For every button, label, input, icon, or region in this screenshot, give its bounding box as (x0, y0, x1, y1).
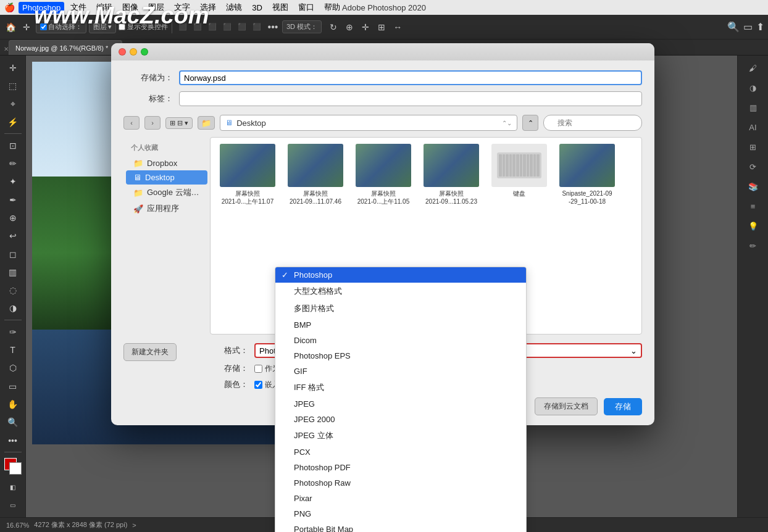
menu-help[interactable]: 帮助 (320, 1, 344, 14)
rp-properties-icon[interactable]: ≡ (743, 197, 763, 215)
rp-history-icon[interactable]: ⟳ (743, 158, 763, 175)
home-icon[interactable]: 🏠 (4, 20, 17, 34)
rp-ai-icon[interactable]: AI (743, 118, 763, 136)
shape-tool[interactable]: ▭ (3, 378, 23, 394)
file-item-0[interactable]: 屏幕快照2021-0...上午11.07 (217, 144, 278, 206)
format-option-large-doc[interactable]: 大型文档格式 (275, 283, 526, 300)
file-item-3[interactable]: 屏幕快照2021-09...11.05.23 (420, 144, 482, 206)
format-option-dicom[interactable]: Dicom (275, 333, 526, 348)
minimize-button[interactable] (130, 48, 137, 56)
close-button[interactable] (119, 48, 126, 56)
align-left-icon[interactable]: ⬛ (176, 20, 190, 34)
file-item-2[interactable]: 屏幕快照2021-0...上午11.05 (353, 144, 414, 206)
crop-tool[interactable]: ⊡ (3, 137, 23, 154)
align-top-icon[interactable]: ⬛ (220, 20, 234, 34)
format-option-eps[interactable]: Photoshop EPS (275, 348, 526, 364)
sidebar-item-dropbox[interactable]: 📁 Dropbox (126, 156, 207, 170)
format-option-bmp[interactable]: BMP (275, 317, 526, 333)
format-option-jpeg2000[interactable]: JPEG 2000 (275, 412, 526, 427)
auto-select-checkbox[interactable] (40, 23, 47, 30)
dodge-tool[interactable]: ◑ (3, 300, 23, 317)
screen-mode-icon[interactable]: ▭ (3, 497, 23, 513)
view-mode-selector[interactable]: ⊞ ⊟ ▾ (165, 117, 193, 129)
auto-select-toggle[interactable]: 自动选择： (36, 20, 86, 33)
show-transform-checkbox[interactable]: 显示变换控件 (119, 22, 168, 31)
new-folder-button[interactable]: 新建文件夹 (123, 343, 177, 361)
save-button[interactable]: 存储 (604, 398, 642, 415)
workspaces-icon[interactable]: ▭ (743, 21, 753, 33)
filename-input[interactable] (179, 70, 642, 85)
format-option-pixar[interactable]: Pixar (275, 491, 526, 506)
share-icon[interactable]: ⬆ (756, 21, 764, 33)
pen-tool[interactable]: ✑ (3, 323, 23, 340)
move-tool[interactable]: ✛ (3, 59, 23, 76)
tag-input[interactable] (179, 91, 642, 106)
menu-3d[interactable]: 3D (248, 2, 266, 14)
rp-light-icon[interactable]: 💡 (743, 217, 763, 235)
sidebar-item-google-drive[interactable]: 📁 Google 云端… (126, 185, 207, 201)
nav-back-btn[interactable]: ‹ (123, 116, 140, 130)
path-tool[interactable]: ⬡ (3, 360, 23, 376)
align-right-icon[interactable]: ⬛ (206, 20, 219, 34)
magic-wand-tool[interactable]: ⚡ (3, 114, 23, 130)
rp-library-icon[interactable]: 📚 (743, 178, 763, 195)
blur-tool[interactable]: ◌ (3, 282, 23, 299)
rp-brush2-icon[interactable]: ✏ (743, 237, 763, 254)
hand-tool[interactable]: ✋ (3, 396, 23, 412)
3d-orbit-icon[interactable]: ⊞ (375, 20, 388, 34)
nav-forward-btn[interactable]: › (144, 116, 161, 130)
eyedropper-tool[interactable]: ✏ (3, 155, 23, 172)
rp-grid-icon[interactable]: ⊞ (743, 138, 763, 156)
rp-adjustments-icon[interactable]: ◑ (743, 79, 763, 96)
lasso-tool[interactable]: ⌖ (3, 96, 23, 112)
search-right-icon[interactable]: 🔍 (727, 21, 740, 33)
location-dropdown[interactable]: 🖥 Desktop ⌃⌄ (220, 115, 517, 131)
file-item-1[interactable]: 屏幕快照2021-09...11.07.46 (285, 144, 346, 206)
menu-select[interactable]: 选择 (196, 1, 220, 14)
format-option-photoshop[interactable]: Photoshop (275, 267, 526, 283)
status-arrow[interactable]: > (132, 522, 136, 529)
align-center-icon[interactable]: ⬛ (191, 20, 204, 34)
save-to-cloud-button[interactable]: 存储到云文档 (535, 397, 598, 415)
new-folder-icon-btn[interactable]: 📁 (198, 116, 215, 130)
format-option-pbm[interactable]: Portable Bit Map (275, 522, 526, 532)
format-option-raw[interactable]: Photoshop Raw (275, 475, 526, 491)
menu-file[interactable]: 文件 (67, 1, 90, 14)
3d-pan-icon[interactable]: ⊕ (343, 20, 356, 34)
3d-slide-icon[interactable]: ↔ (391, 20, 404, 34)
healing-tool[interactable]: ✦ (3, 173, 23, 190)
3d-zoom-icon[interactable]: ✛ (359, 20, 372, 34)
format-option-pdf[interactable]: Photoshop PDF (275, 460, 526, 475)
format-option-pcx[interactable]: PCX (275, 444, 526, 460)
location-up-btn[interactable]: ⌃ (522, 115, 538, 131)
sidebar-item-applications[interactable]: 🚀 应用程序 (126, 201, 207, 217)
clone-tool[interactable]: ⊕ (3, 209, 23, 226)
rp-layers-icon[interactable]: ▥ (743, 99, 763, 116)
tab-scroll-left[interactable]: ✕ (4, 43, 9, 55)
tab-norway[interactable]: Norway.jpg @ 16.7%(RGB/8) * ✕ (9, 40, 122, 55)
align-bottom-icon[interactable]: ⬛ (250, 20, 264, 34)
search-input[interactable] (543, 115, 642, 131)
brush-tool[interactable]: ✒ (3, 191, 23, 208)
background-color[interactable] (9, 462, 22, 475)
zoom-tool[interactable]: 🔍 (3, 414, 23, 431)
layer-dropdown[interactable]: 图层 ▾ (89, 20, 116, 33)
format-option-iff[interactable]: IFF 格式 (275, 379, 526, 396)
more-tools-icon[interactable]: ••• (3, 432, 23, 449)
menu-image[interactable]: 图像 (119, 1, 142, 14)
type-tool[interactable]: T (3, 341, 23, 358)
apple-menu[interactable]: 🍎 (5, 3, 14, 12)
format-option-jpeg-stereo[interactable]: JPEG 立体 (275, 427, 526, 444)
menu-type[interactable]: 文字 (170, 1, 194, 14)
file-item-4[interactable]: 键盘 (488, 144, 550, 206)
3d-rotate-icon[interactable]: ↻ (327, 20, 340, 34)
gradient-tool[interactable]: ▥ (3, 264, 23, 280)
eraser-tool[interactable]: ◻ (3, 246, 23, 262)
align-middle-icon[interactable]: ⬛ (235, 20, 249, 34)
move-tool-icon[interactable]: ✛ (20, 20, 33, 34)
maximize-button[interactable] (141, 48, 148, 56)
menu-edit[interactable]: 编辑 (93, 1, 116, 14)
format-option-multi-img[interactable]: 多图片格式 (275, 300, 526, 317)
selection-tool[interactable]: ⬚ (3, 77, 23, 94)
menu-window[interactable]: 窗口 (294, 1, 318, 14)
